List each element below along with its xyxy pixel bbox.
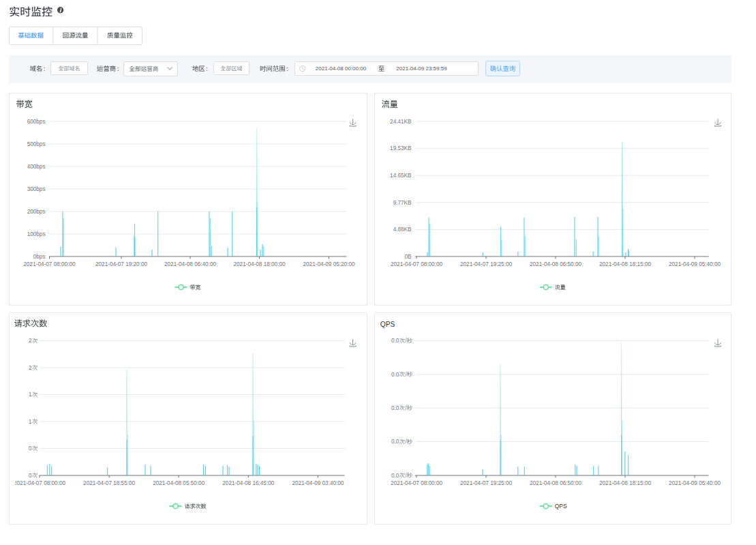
svg-text:2021-04-09 05:20:00: 2021-04-09 05:20:00	[303, 261, 354, 267]
svg-text:QPS: QPS	[555, 503, 567, 510]
svg-text:100bps: 100bps	[27, 231, 46, 237]
svg-text:2021-04-08 05:50:00: 2021-04-08 05:50:00	[153, 480, 205, 486]
svg-text:1: 1	[29, 419, 32, 425]
svg-text:0: 0	[29, 473, 32, 479]
svg-text:2021-04-08 18:15:00: 2021-04-08 18:15:00	[599, 480, 651, 486]
svg-text:19.53KB: 19.53KB	[390, 145, 412, 151]
svg-text:2021-04-07 18:55:00: 2021-04-07 18:55:00	[83, 480, 135, 486]
svg-text:0.0: 0.0	[391, 439, 399, 445]
svg-text::: :	[44, 65, 46, 72]
svg-text:0B: 0B	[404, 254, 412, 260]
svg-text:2: 2	[29, 338, 32, 344]
svg-text:QPS: QPS	[380, 321, 395, 328]
svg-text:2021-04-07 08:00:00: 2021-04-07 08:00:00	[391, 480, 442, 486]
svg-text:2021-04-07 19:25:00: 2021-04-07 19:25:00	[460, 480, 512, 486]
svg-text:2: 2	[29, 365, 32, 371]
svg-text:2021-04-09 23:59:59: 2021-04-09 23:59:59	[396, 65, 447, 72]
svg-text:2021-04-09 05:40:00: 2021-04-09 05:40:00	[669, 261, 721, 267]
svg-text:500bps: 500bps	[27, 141, 46, 147]
svg-text:2021-04-08 18:00:00: 2021-04-08 18:00:00	[233, 261, 285, 267]
svg-text:2021-04-08 06:50:00: 2021-04-08 06:50:00	[530, 480, 581, 486]
svg-text:2021-04-07 19:20:00: 2021-04-07 19:20:00	[95, 261, 147, 267]
svg-text:2021-04-08 06:50:00: 2021-04-08 06:50:00	[530, 261, 581, 267]
svg-text:2021-04-07 08:00:00: 2021-04-07 08:00:00	[391, 261, 442, 267]
svg-text:/: /	[406, 439, 408, 445]
svg-text:2021-04-08 18:15:00: 2021-04-08 18:15:00	[599, 261, 651, 267]
svg-text:0bps: 0bps	[33, 254, 46, 260]
svg-text::: :	[206, 65, 208, 72]
svg-text:0.0: 0.0	[391, 405, 399, 411]
svg-text:300bps: 300bps	[27, 186, 46, 192]
svg-text:/: /	[406, 372, 408, 378]
svg-text:4.88KB: 4.88KB	[393, 226, 412, 233]
svg-text:2021-04-08 00:00:00: 2021-04-08 00:00:00	[316, 65, 367, 72]
svg-text:0.0: 0.0	[391, 338, 399, 344]
svg-text:9.77KB: 9.77KB	[393, 200, 412, 206]
svg-text:2021-04-07 19:25:00: 2021-04-07 19:25:00	[460, 261, 512, 267]
svg-text:2021-04-07 08:00:00: 2021-04-07 08:00:00	[14, 480, 65, 486]
svg-text:2021-04-08 06:40:00: 2021-04-08 06:40:00	[164, 261, 216, 267]
svg-text:1: 1	[29, 392, 32, 398]
svg-text::: :	[117, 65, 119, 72]
svg-text:2021-04-08 16:45:00: 2021-04-08 16:45:00	[222, 480, 274, 486]
svg-text:400bps: 400bps	[27, 164, 46, 170]
svg-text:/: /	[406, 405, 408, 411]
svg-text:/: /	[406, 473, 408, 479]
svg-text:14.65KB: 14.65KB	[390, 173, 412, 179]
svg-text:2021-04-09 05:40:00: 2021-04-09 05:40:00	[669, 480, 721, 486]
svg-text:0.0: 0.0	[391, 372, 399, 378]
svg-text:0.0: 0.0	[391, 473, 399, 479]
svg-text:2021-04-09 03:40:00: 2021-04-09 03:40:00	[292, 480, 344, 486]
svg-text::: :	[286, 65, 288, 72]
svg-text:/: /	[406, 338, 408, 344]
svg-text:24.41KB: 24.41KB	[390, 119, 412, 125]
svg-text:200bps: 200bps	[27, 209, 46, 215]
svg-text:0: 0	[29, 445, 32, 452]
svg-text:2021-04-07 08:00:00: 2021-04-07 08:00:00	[23, 261, 75, 267]
svg-text:600bps: 600bps	[27, 119, 46, 125]
